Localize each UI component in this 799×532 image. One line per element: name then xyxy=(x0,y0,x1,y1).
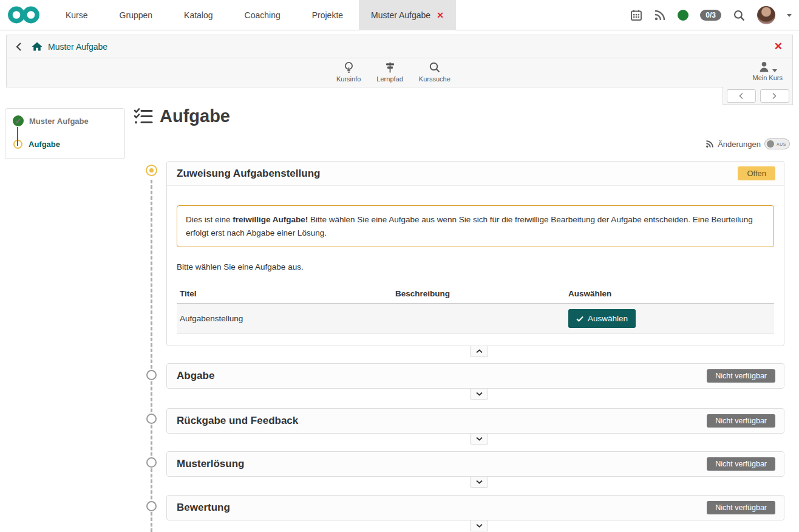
course-search-icon xyxy=(429,61,441,73)
col-header-auswaehlen: Auswählen xyxy=(568,289,774,298)
tab-close-icon[interactable]: ✕ xyxy=(437,10,444,20)
previous-node-button[interactable] xyxy=(727,89,756,103)
top-navbar: Kurse Gruppen Katalog Coaching Projekte … xyxy=(0,0,799,30)
course-menu-card: ✓ Muster Aufgabe Aufgabe xyxy=(5,108,125,159)
select-task-button-label: Auswählen xyxy=(588,314,628,323)
panel-zuweisung: Zuweisung Aufgabenstellung Offen Dies is… xyxy=(166,161,784,346)
expand-musterloesung-button[interactable] xyxy=(470,477,488,488)
panel-zuweisung-header: Zuweisung Aufgabenstellung Offen xyxy=(167,162,784,186)
panel-zuweisung-body: Dies ist eine freiwillige Aufgabe! Bitte… xyxy=(167,205,784,343)
toggle-knob xyxy=(767,140,774,148)
panel-bewertung: Bewertung Nicht verfügbar xyxy=(166,495,784,520)
task-table-header: Titel Beschreibung Auswählen xyxy=(177,289,774,304)
menu-item-course-root[interactable]: ✓ Muster Aufgabe xyxy=(13,115,117,126)
active-course-tab[interactable]: Muster Aufgabe ✕ xyxy=(359,0,456,30)
nav-item-coaching[interactable]: Coaching xyxy=(229,0,296,30)
my-course-caret-icon xyxy=(772,69,777,72)
notification-count-badge[interactable]: 0/3 xyxy=(700,10,721,21)
completed-check-icon: ✓ xyxy=(13,115,24,126)
my-course-menu[interactable]: Mein Kurs xyxy=(752,61,783,81)
panel-rueckgabe: Rückgabe und Feedback Nicht verfügbar xyxy=(166,408,784,434)
col-header-beschreibung: Beschreibung xyxy=(395,289,568,298)
notice-prefix: Dies ist eine xyxy=(186,215,233,224)
breadcrumb-course-title[interactable]: Muster Aufgabe xyxy=(48,42,107,52)
node-pager xyxy=(722,87,793,105)
user-avatar[interactable] xyxy=(757,6,775,24)
signpost-icon xyxy=(384,61,396,73)
task-checklist-icon xyxy=(134,107,153,126)
rss-changes-icon xyxy=(706,140,714,148)
panel-abgabe-title: Abgabe xyxy=(177,370,214,382)
nav-item-kurse[interactable]: Kurse xyxy=(50,0,104,30)
lightbulb-icon xyxy=(343,61,355,73)
panel-abgabe-header: Abgabe Nicht verfügbar xyxy=(167,364,784,388)
panel-rueckgabe-header: Rückgabe und Feedback Nicht verfügbar xyxy=(167,409,784,433)
chevron-down-icon xyxy=(476,392,483,396)
toolbar-kurssuche-label: Kurssuche xyxy=(419,75,450,83)
check-icon xyxy=(576,316,583,322)
expand-bewertung-button[interactable] xyxy=(470,520,488,531)
nav-item-katalog[interactable]: Katalog xyxy=(168,0,228,30)
toolbar-lernpfad-label: Lernpfad xyxy=(376,75,403,83)
next-node-button[interactable] xyxy=(760,89,789,103)
nav-item-projekte[interactable]: Projekte xyxy=(296,0,359,30)
breadcrumb: Muster Aufgabe ✕ xyxy=(7,35,792,58)
page-title-text: Aufgabe xyxy=(160,106,230,126)
expand-abgabe-button[interactable] xyxy=(470,389,488,400)
panel-musterloesung-header: Musterlösung Nicht verfügbar xyxy=(167,452,784,476)
home-icon[interactable] xyxy=(32,41,42,52)
row-titel: Aufgabenstellung xyxy=(177,314,395,323)
col-header-titel: Titel xyxy=(177,289,395,298)
chevron-down-icon xyxy=(476,480,483,484)
toolbar-kursinfo[interactable]: Kursinfo xyxy=(336,61,361,83)
panel-bewertung-title: Bewertung xyxy=(177,502,230,514)
search-icon[interactable] xyxy=(733,9,746,22)
toolbar-center-group: Kursinfo Lernpfad Kurssuche xyxy=(336,61,450,83)
timeline-step-bewertung-icon xyxy=(146,501,157,511)
timeline-step-rueckgabe-icon xyxy=(146,414,157,424)
changes-subscription: Änderungen AUS xyxy=(706,138,790,149)
chevron-up-icon xyxy=(476,349,483,353)
collapse-zuweisung-button[interactable] xyxy=(470,346,488,357)
table-row: Aufgabenstellung Auswählen xyxy=(177,304,774,334)
toolbar-lernpfad[interactable]: Lernpfad xyxy=(376,61,403,83)
status-badge-musterloesung: Nicht verfügbar xyxy=(707,457,775,471)
panel-abgabe: Abgabe Nicht verfügbar xyxy=(166,363,784,389)
notice-bold: freiwillige Aufgabe! xyxy=(233,215,308,224)
task-table: Titel Beschreibung Auswählen Aufgabenste… xyxy=(177,289,774,334)
close-course-icon[interactable]: ✕ xyxy=(774,40,783,53)
nav-item-gruppen[interactable]: Gruppen xyxy=(104,0,168,30)
toolbar-kursinfo-label: Kursinfo xyxy=(336,75,361,83)
status-badge-abgabe: Nicht verfügbar xyxy=(707,369,775,383)
changes-label: Änderungen xyxy=(718,140,761,149)
panel-rueckgabe-title: Rückgabe und Feedback xyxy=(177,415,298,427)
course-header-panel: Muster Aufgabe ✕ Kursinfo Lernpfad xyxy=(6,35,793,87)
page-title: Aufgabe xyxy=(134,106,230,126)
status-badge-bewertung: Nicht verfügbar xyxy=(707,501,775,514)
voluntary-task-notice: Dies ist eine freiwillige Aufgabe! Bitte… xyxy=(177,205,774,247)
panel-zuweisung-title: Zuweisung Aufgabenstellung xyxy=(177,168,320,180)
status-badge-rueckgabe: Nicht verfügbar xyxy=(707,414,775,428)
expand-rueckgabe-button[interactable] xyxy=(470,434,488,445)
select-task-button[interactable]: Auswählen xyxy=(568,309,636,328)
panel-bewertung-header: Bewertung Nicht verfügbar xyxy=(167,496,784,520)
back-chevron-icon[interactable] xyxy=(15,42,22,52)
menu-course-root-label: Muster Aufgabe xyxy=(29,117,89,126)
course-toolbar: Kursinfo Lernpfad Kurssuche xyxy=(7,58,792,87)
panel-musterloesung-title: Musterlösung xyxy=(177,458,244,470)
online-status-indicator[interactable] xyxy=(678,10,688,21)
menu-progress-line xyxy=(17,127,18,146)
my-course-label: Mein Kurs xyxy=(752,74,783,81)
user-menu-caret-icon[interactable] xyxy=(787,14,792,17)
status-badge-offen: Offen xyxy=(738,166,775,180)
toolbar-kurssuche[interactable]: Kurssuche xyxy=(419,61,450,83)
menu-aufgabe-label: Aufgabe xyxy=(29,140,60,149)
timeline-step-abgabe-icon xyxy=(146,370,157,380)
openolat-logo-icon[interactable] xyxy=(7,5,40,24)
changes-toggle[interactable]: AUS xyxy=(764,138,790,149)
rss-subscriptions-icon[interactable] xyxy=(654,9,666,21)
timeline-line xyxy=(151,180,152,532)
navbar-right-group: 0/3 xyxy=(630,0,792,30)
calendar-icon[interactable] xyxy=(630,9,642,21)
menu-item-aufgabe[interactable]: Aufgabe xyxy=(13,140,117,149)
